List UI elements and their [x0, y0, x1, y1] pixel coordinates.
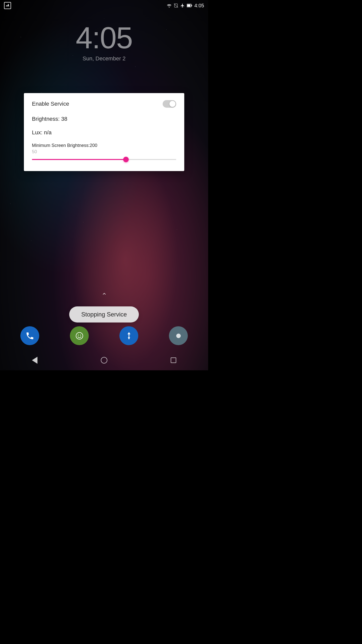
status-bar-left: [4, 2, 11, 9]
navigation-bar: [0, 350, 208, 370]
recents-icon: [171, 357, 176, 363]
svg-point-1: [8, 4, 9, 5]
svg-rect-5: [192, 5, 192, 6]
enable-service-label: Enable Service: [32, 101, 69, 107]
app-dock: [0, 326, 208, 345]
battery-icon: [187, 4, 192, 7]
svg-rect-6: [187, 5, 191, 7]
enable-service-toggle[interactable]: [163, 100, 176, 108]
slider-fill: [32, 159, 126, 160]
settings-dialog: Enable Service Brightness: 38 Lux: n/a M…: [24, 93, 184, 171]
lock-time-display: 4:05 Sun, December 2: [0, 23, 208, 62]
back-button[interactable]: [28, 354, 41, 367]
svg-point-8: [78, 335, 79, 336]
lux-label: Lux: n/a: [32, 129, 52, 136]
stopping-service-toast: Stopping Service: [69, 306, 139, 323]
wifi-icon: [167, 4, 172, 8]
slider-track: [32, 159, 176, 160]
home-button[interactable]: [98, 354, 110, 367]
slider-value: 50: [32, 149, 176, 154]
enable-service-row: Enable Service: [32, 100, 176, 108]
toggle-knob: [169, 101, 175, 107]
sim-off-icon: [174, 3, 178, 8]
svg-point-7: [76, 332, 83, 339]
slider-thumb[interactable]: [123, 157, 129, 162]
home-icon: [101, 357, 107, 364]
svg-point-10: [176, 334, 181, 338]
swipe-chevron-icon: ⌃: [101, 292, 107, 300]
status-time: 4:05: [194, 3, 204, 9]
lux-row: Lux: n/a: [32, 129, 176, 136]
gallery-icon: [4, 2, 11, 9]
svg-point-9: [80, 335, 81, 336]
min-brightness-label: Minimum Screen Brightness:200: [32, 143, 176, 148]
dock-phone-icon[interactable]: [20, 326, 39, 345]
dock-grey-icon[interactable]: [169, 326, 188, 345]
swipe-up-indicator: ⌃: [0, 292, 208, 300]
brightness-label: Brightness: 38: [32, 116, 67, 122]
recents-button[interactable]: [167, 354, 180, 367]
dock-assistant-icon[interactable]: [119, 326, 138, 345]
lock-date: Sun, December 2: [0, 55, 208, 62]
status-bar-right: 4:05: [167, 3, 204, 9]
status-bar: 4:05: [0, 0, 208, 11]
min-brightness-section: Minimum Screen Brightness:200 50: [32, 143, 176, 162]
lock-clock: 4:05: [0, 23, 208, 53]
airplane-icon: [180, 3, 185, 8]
slider-container[interactable]: [32, 157, 176, 162]
brightness-row: Brightness: 38: [32, 116, 176, 122]
back-icon: [32, 357, 37, 364]
toast-text: Stopping Service: [81, 311, 127, 318]
dock-emoji-icon[interactable]: [70, 326, 89, 345]
